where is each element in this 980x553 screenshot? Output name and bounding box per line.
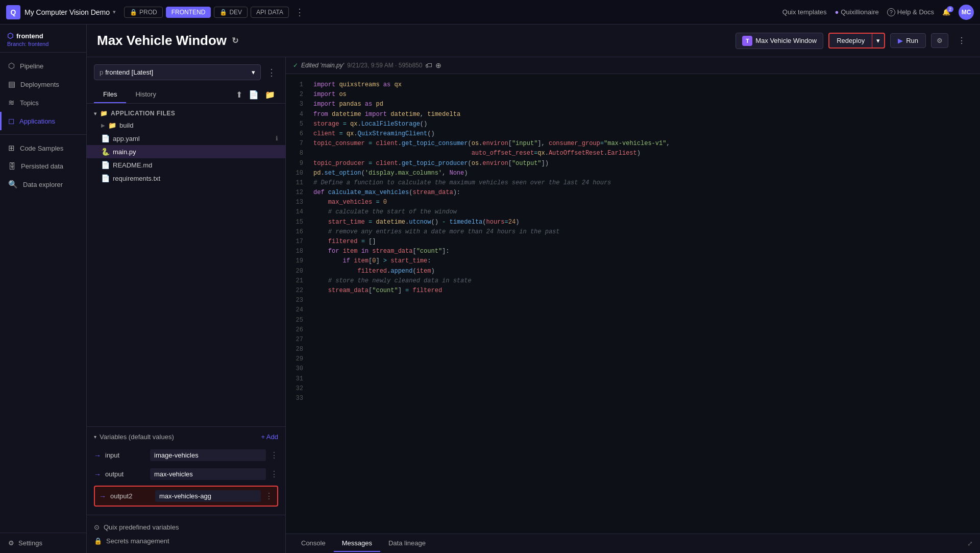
env-badges: 🔒 PROD FRONTEND 🔒 DEV API DATA xyxy=(124,7,289,18)
env-frontend[interactable]: FRONTEND xyxy=(166,7,211,18)
env-dev[interactable]: 🔒 DEV xyxy=(214,7,248,18)
variable-more-button[interactable]: ⋮ xyxy=(265,491,273,501)
page-title: Max Vehicle Window ↻ xyxy=(97,33,238,49)
variables-section: ▾ Variables (default values) + Add → inp… xyxy=(87,426,285,515)
app-logo: Q xyxy=(6,5,20,19)
branch-sub: Branch: frontend xyxy=(7,41,79,47)
tab-data-lineage[interactable]: Data lineage xyxy=(380,535,434,552)
file-icon: 📄 xyxy=(101,174,110,182)
variable-output2: → output2 max-vehicles-agg ⋮ xyxy=(94,486,278,507)
settings-button[interactable]: ⚙ xyxy=(931,33,948,48)
more-button[interactable]: ⋮ xyxy=(953,33,970,49)
service-type-icon: T xyxy=(742,36,752,46)
branch-icon: ⬡ xyxy=(7,32,13,40)
file-icon: 📄 xyxy=(101,161,110,169)
main-content: Max Vehicle Window ↻ T Max Vehicle Windo… xyxy=(87,25,980,553)
sidebar-item-deployments[interactable]: ▤ Deployments xyxy=(0,75,86,93)
refresh-icon[interactable]: ↻ xyxy=(232,36,238,45)
build-folder[interactable]: ▶ 📁 build xyxy=(87,119,285,132)
redeploy-chevron-icon[interactable]: ▾ xyxy=(872,34,884,47)
deployments-icon: ▤ xyxy=(8,80,15,89)
expand-icon[interactable]: ⤢ xyxy=(967,540,973,547)
application-files-header[interactable]: ▾ 📁 Application files xyxy=(94,110,278,117)
folder-icon: 📁 xyxy=(108,122,116,129)
folder-icon: 📁 xyxy=(100,110,108,117)
file-tabs: Files History ⬆ 📄 📁 xyxy=(87,86,285,104)
tag-more-icon[interactable]: ⊕ xyxy=(435,61,442,69)
info-icon: ℹ xyxy=(276,135,278,142)
file-main-py[interactable]: 🐍 main.py xyxy=(87,145,285,158)
code-samples-icon: ⊞ xyxy=(8,143,15,153)
branch-selector: pfrontend [Latest] ▾ ⋮ xyxy=(94,64,278,80)
tag-icon[interactable]: 🏷 xyxy=(425,61,432,69)
quix-templates-link[interactable]: Quix templates xyxy=(782,8,827,16)
more-options-button[interactable]: ⋮ xyxy=(295,7,304,18)
lock-icon: 🔒 xyxy=(94,537,102,545)
file-app-yaml[interactable]: 📄 app.yaml ℹ xyxy=(87,132,285,145)
page-header-right: T Max Vehicle Window Redeploy ▾ ▶ Run ⚙ … xyxy=(736,33,970,49)
branch-name: ⬡ frontend xyxy=(7,32,79,40)
new-file-icon[interactable]: 📄 xyxy=(248,89,260,101)
code-toolbar: ✓ Edited 'main.py' 9/21/23, 9:59 AM · 59… xyxy=(286,57,980,74)
quix-predefined-link[interactable]: ⊙ Quix predefined variables xyxy=(94,520,278,534)
new-folder-icon[interactable]: 📁 xyxy=(264,89,276,101)
output2-arrow-icon: → xyxy=(99,492,106,500)
file-icon: 📄 xyxy=(101,134,110,142)
chevron-down-icon: ▾ xyxy=(94,434,96,440)
code-status: ✓ Edited 'main.py' 9/21/23, 9:59 AM · 59… xyxy=(293,61,442,69)
tab-history[interactable]: History xyxy=(126,86,165,103)
sidebar-item-settings[interactable]: ⚙ Settings xyxy=(8,539,78,547)
sidebar-item-data-explorer[interactable]: 🔍 Data explorer xyxy=(0,175,86,194)
chevron-down-icon: ▾ xyxy=(252,68,255,76)
file-actions: ⬆ 📄 📁 xyxy=(235,89,278,101)
branch-type-icon: p xyxy=(100,68,103,76)
sidebar: ⬡ frontend Branch: frontend ⬡ Pipeline ▤… xyxy=(0,25,87,553)
code-content[interactable]: import quixstreams as qx import os impor… xyxy=(306,74,980,534)
lock-icon: 🔒 xyxy=(219,9,227,16)
variable-more-button[interactable]: ⋮ xyxy=(270,469,278,479)
run-button[interactable]: ▶ Run xyxy=(890,33,926,48)
tab-console[interactable]: Console xyxy=(293,535,334,552)
app-title[interactable]: My Computer Vision Demo ▾ xyxy=(24,8,116,16)
variable-input: → input image-vehicles ⋮ xyxy=(94,446,278,465)
input-arrow-icon: → xyxy=(94,451,101,460)
secrets-management-link[interactable]: 🔒 Secrets management xyxy=(94,534,278,548)
applications-icon: ◻ xyxy=(8,116,14,126)
sidebar-item-topics[interactable]: ≋ Topics xyxy=(0,93,86,112)
sidebar-bottom: ⚙ Settings xyxy=(0,533,86,553)
sidebar-brand: ⬡ frontend Branch: frontend xyxy=(0,25,86,53)
chevron-down-icon: ▾ xyxy=(113,9,116,15)
notifications-button[interactable]: 🔔 2 xyxy=(942,8,950,16)
sidebar-item-applications[interactable]: ◻ Applications xyxy=(0,112,86,130)
sidebar-item-pipeline[interactable]: ⬡ Pipeline xyxy=(0,57,86,75)
variables-header[interactable]: ▾ Variables (default values) + Add xyxy=(94,433,278,441)
output-arrow-icon: → xyxy=(94,470,101,478)
env-api-data[interactable]: API DATA xyxy=(251,7,289,18)
code-area: 12345 678910 1112131415 1617181920 21222… xyxy=(286,74,980,534)
redeploy-button[interactable]: Redeploy ▾ xyxy=(828,33,885,49)
variable-more-button[interactable]: ⋮ xyxy=(270,450,278,460)
data-explorer-icon: 🔍 xyxy=(8,180,18,189)
help-docs-link[interactable]: ? Help & Docs xyxy=(887,8,934,16)
upload-icon[interactable]: ⬆ xyxy=(235,89,243,101)
circle-icon: ⊙ xyxy=(94,523,100,531)
tab-messages[interactable]: Messages xyxy=(334,535,380,552)
settings-icon: ⚙ xyxy=(8,539,14,547)
line-numbers: 12345 678910 1112131415 1617181920 21222… xyxy=(286,74,306,534)
branch-select-dropdown[interactable]: pfrontend [Latest] ▾ xyxy=(94,64,261,80)
file-panel: pfrontend [Latest] ▾ ⋮ Files History ⬆ 📄… xyxy=(87,57,286,553)
sidebar-nav: ⬡ Pipeline ▤ Deployments ≋ Topics ◻ Appl… xyxy=(0,53,86,533)
sidebar-item-persisted-data[interactable]: 🗄 Persisted data xyxy=(0,157,86,175)
file-readme-md[interactable]: 📄 README.md xyxy=(87,158,285,172)
file-requirements-txt[interactable]: 📄 requirements.txt xyxy=(87,172,285,185)
quixillionaire-link[interactable]: ● Quixillionaire xyxy=(835,8,878,16)
env-prod[interactable]: 🔒 PROD xyxy=(124,7,163,18)
add-variable-button[interactable]: + Add xyxy=(261,433,278,441)
tab-files[interactable]: Files xyxy=(94,86,126,103)
branch-more-button[interactable]: ⋮ xyxy=(265,65,278,80)
quix-section: ⊙ Quix predefined variables 🔒 Secrets ma… xyxy=(87,515,285,553)
sidebar-item-code-samples[interactable]: ⊞ Code Samples xyxy=(0,139,86,157)
bottom-tabs: Console Messages Data lineage ⤢ xyxy=(286,534,980,553)
user-avatar[interactable]: MC xyxy=(959,5,974,20)
code-panel: ✓ Edited 'main.py' 9/21/23, 9:59 AM · 59… xyxy=(286,57,980,553)
